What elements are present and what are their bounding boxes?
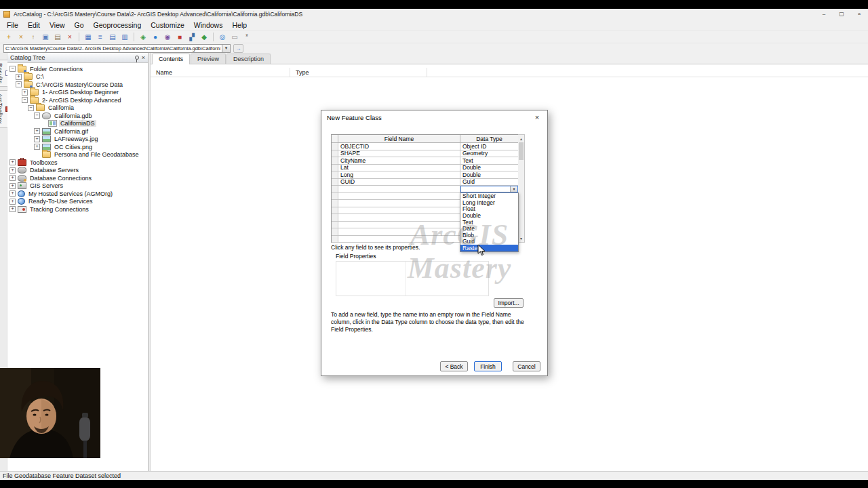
tree-item-californiads[interactable]: CaliforniaDS: [7, 120, 148, 128]
tree-item-ready-to-use-services[interactable]: +Ready-To-Use Services: [7, 198, 148, 206]
dropdown-option-raster[interactable]: Raster: [460, 245, 518, 251]
row-selector[interactable]: [332, 236, 338, 243]
tree-item-california[interactable]: −California: [7, 104, 148, 113]
tree-item-2-arcgis-desktop-advanced[interactable]: −2- ArcGIS Desktop Advanced: [7, 96, 148, 104]
tree-item-database-servers[interactable]: +Database Servers: [7, 167, 148, 175]
list-view-icon[interactable]: ≡: [94, 32, 106, 43]
field-name-cell[interactable]: GUID: [338, 179, 460, 186]
collapse-icon[interactable]: −: [34, 113, 40, 119]
arctoolbox-icon[interactable]: ■: [174, 32, 186, 43]
dropdown-option-double[interactable]: Double: [460, 212, 518, 219]
tree-item-database-connections[interactable]: +Database Connections: [7, 174, 148, 182]
modelbuilder-icon[interactable]: ◆: [198, 32, 210, 43]
row-selector[interactable]: [332, 171, 338, 179]
data-type-cell[interactable]: Geometry: [460, 150, 519, 158]
field-name-cell[interactable]: [338, 222, 460, 229]
metadata-icon[interactable]: ▭: [229, 32, 241, 43]
row-selector[interactable]: [332, 214, 338, 222]
row-selector[interactable]: [332, 157, 338, 165]
expand-icon[interactable]: +: [34, 136, 40, 142]
row-selector[interactable]: [332, 165, 338, 172]
tree-item-c-arcgis-mastery-course-data[interactable]: −C:\ArcGIS Mastery\Course Data: [7, 81, 148, 89]
close-panel-icon[interactable]: [142, 55, 145, 61]
field-name-cell[interactable]: Long: [338, 171, 460, 179]
tree-item-1-arcgis-desktop-beginner[interactable]: +1- ArcGIS Desktop Beginner: [7, 89, 148, 97]
back-button[interactable]: < Back: [440, 361, 468, 371]
title-bar[interactable]: ArcCatalog - C:\ArcGIS Mastery\Course Da…: [0, 9, 868, 19]
field-name-cell[interactable]: SHAPE: [338, 150, 460, 158]
import-button[interactable]: Import...: [494, 298, 524, 308]
field-name-cell[interactable]: [338, 186, 460, 193]
row-selector[interactable]: [332, 150, 338, 158]
field-name-cell[interactable]: [338, 214, 460, 222]
data-type-cell[interactable]: Double: [460, 165, 519, 172]
close-button[interactable]: ×: [850, 9, 868, 19]
dropdown-option-text[interactable]: Text: [460, 219, 518, 226]
expand-icon[interactable]: +: [16, 74, 22, 80]
details-view-icon[interactable]: ▤: [106, 32, 119, 43]
row-selector[interactable]: [332, 222, 338, 229]
row-selector[interactable]: [332, 179, 338, 186]
minimize-button[interactable]: –: [815, 9, 833, 19]
row-selector[interactable]: [332, 193, 338, 201]
field-name-cell[interactable]: CityName: [338, 157, 460, 165]
field-name-cell[interactable]: [338, 228, 460, 236]
data-type-cell[interactable]: Text: [460, 157, 519, 165]
address-go-button[interactable]: [233, 44, 243, 53]
up-one-level-icon[interactable]: ↑: [27, 32, 39, 43]
dropdown-option-float[interactable]: Float: [460, 206, 518, 213]
tree-item-california-gif[interactable]: +California.gif: [7, 127, 148, 136]
expand-icon[interactable]: +: [9, 190, 16, 197]
field-properties-grid[interactable]: [336, 261, 489, 296]
field-name-cell[interactable]: [338, 236, 460, 243]
expand-icon[interactable]: +: [9, 199, 16, 205]
menu-help[interactable]: Help: [227, 20, 252, 30]
disconnect-folder-icon[interactable]: ×: [15, 32, 27, 43]
row-selector[interactable]: [332, 200, 338, 207]
menu-geoprocessing[interactable]: Geoprocessing: [89, 20, 146, 30]
grid-row-6[interactable]: GUIDGuid: [332, 179, 518, 186]
grid-row-3[interactable]: CityNameText: [332, 157, 518, 165]
dropdown-option-short-integer[interactable]: Short Integer: [460, 193, 518, 200]
tree-item-persona-and-file-geodatabase[interactable]: Persona and File Geodatabase: [7, 151, 148, 159]
address-input[interactable]: [3, 44, 222, 53]
grid-row-4[interactable]: LatDouble: [332, 165, 518, 172]
data-type-cell[interactable]: Guid: [460, 179, 519, 186]
tree-item-oc-cities-png[interactable]: +OC Cities.png: [7, 143, 148, 151]
scrollbar-thumb[interactable]: [519, 142, 524, 160]
tree-item-california-gdb[interactable]: −California.gdb: [7, 112, 148, 120]
grid-row-2[interactable]: SHAPEGeometry: [332, 150, 518, 158]
field-name-cell[interactable]: Lat: [338, 165, 460, 172]
dropdown-option-long-integer[interactable]: Long Integer: [460, 199, 518, 206]
launch-arcmap-icon[interactable]: ◈: [137, 32, 149, 43]
delete-icon[interactable]: ×: [64, 32, 76, 43]
column-header-type[interactable]: Type: [290, 68, 427, 77]
tab-contents[interactable]: Contents: [152, 54, 190, 64]
tab-description[interactable]: Description: [226, 54, 271, 64]
dropdown-option-blob[interactable]: Blob: [460, 232, 518, 239]
field-name-cell[interactable]: [338, 207, 460, 215]
expand-icon[interactable]: +: [9, 175, 16, 181]
expand-icon[interactable]: +: [9, 206, 16, 212]
menu-file[interactable]: File: [2, 20, 23, 30]
menu-windows[interactable]: Windows: [189, 20, 228, 30]
collapse-icon[interactable]: −: [16, 81, 22, 87]
field-name-cell[interactable]: [338, 193, 460, 201]
address-dropdown-button[interactable]: [222, 44, 231, 53]
collapse-icon[interactable]: −: [9, 66, 16, 72]
search-icon[interactable]: ◎: [216, 32, 229, 43]
connect-folder-icon[interactable]: +: [3, 32, 15, 43]
row-selector[interactable]: [332, 228, 338, 236]
finish-button[interactable]: Finish: [474, 361, 502, 371]
datatype-combobox[interactable]: [460, 186, 518, 192]
scroll-up-button[interactable]: [518, 135, 524, 142]
expand-icon[interactable]: +: [9, 183, 16, 189]
dialog-close-button[interactable]: [527, 110, 547, 124]
python-window-icon[interactable]: ▞: [186, 32, 198, 43]
dropdown-option-guid[interactable]: Guid: [460, 239, 518, 245]
expand-icon[interactable]: +: [22, 89, 28, 96]
combobox-dropdown-button[interactable]: [510, 186, 517, 192]
grid-scrollbar[interactable]: [518, 134, 525, 243]
data-type-cell[interactable]: Object ID: [460, 143, 519, 150]
large-icons-view-icon[interactable]: ▦: [82, 32, 94, 43]
